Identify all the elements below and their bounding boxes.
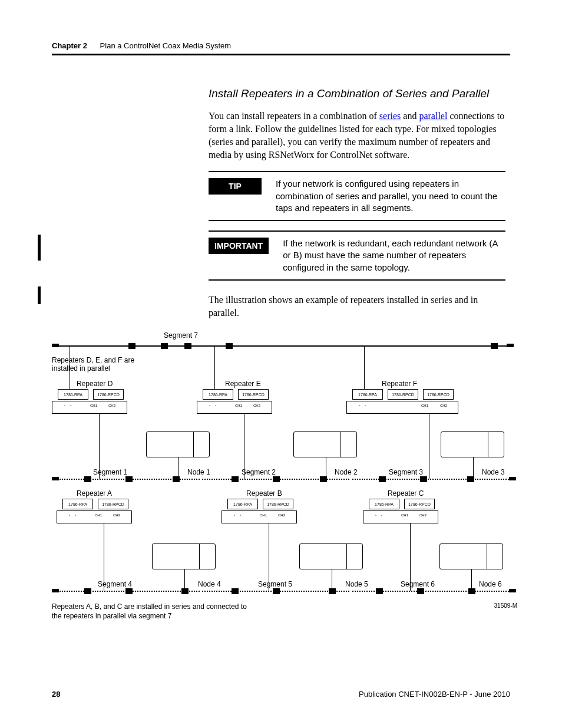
change-bar — [38, 235, 41, 261]
important-badge: IMPORTANT — [209, 238, 269, 254]
label-repeater-e: Repeater E — [225, 380, 261, 388]
terminator — [507, 344, 514, 347]
terminator — [52, 344, 59, 347]
page-footer: 28 Publication CNET-IN002B-EN-P - June 2… — [52, 690, 510, 699]
node-box — [146, 431, 210, 457]
node-box — [293, 431, 357, 457]
drop-line — [429, 414, 429, 479]
important-callout: IMPORTANT If the network is redundant, e… — [209, 230, 505, 281]
module-rpa: 1786-RPA — [58, 389, 88, 400]
label-repeater-c: Repeater C — [388, 489, 424, 498]
tap — [232, 476, 239, 482]
tap — [84, 588, 91, 594]
drop-line — [269, 523, 269, 591]
module-rpcd: 1786-RPCD — [423, 389, 454, 400]
terminator — [52, 589, 59, 592]
module-rpcd: 1786-RPCD — [238, 389, 269, 400]
node-box — [441, 431, 504, 457]
module-rpcd: 1786-RPCD — [388, 389, 418, 400]
module-rpa: 1786-RPA — [369, 499, 399, 509]
tip-callout: TIP If your network is configured using … — [209, 171, 505, 221]
label-segment-3: Segment 3 — [389, 468, 423, 476]
label-segment-2: Segment 2 — [242, 468, 276, 476]
node-box — [439, 543, 503, 569]
module-rpa: 1786-RPA — [203, 389, 233, 400]
drop-line — [178, 457, 179, 479]
tap — [417, 588, 424, 594]
drop-line — [326, 457, 326, 479]
tap — [161, 343, 168, 349]
change-bar — [38, 286, 41, 304]
drop-line — [332, 569, 332, 591]
tap — [491, 343, 498, 349]
tip-badge: TIP — [209, 178, 262, 195]
drop-line — [70, 345, 70, 389]
label-segment-4: Segment 4 — [98, 580, 132, 588]
drop-line — [184, 569, 185, 591]
figure-caption-left: Repeaters A, B, and C are installed in s… — [52, 602, 252, 621]
tap — [468, 588, 475, 594]
tap — [329, 588, 336, 594]
tap — [379, 476, 386, 482]
drop-line — [410, 523, 411, 591]
terminator — [509, 477, 516, 480]
tap — [125, 476, 133, 482]
label-parallel-note: Repeaters D, E, and F are installed in p… — [52, 356, 149, 373]
label-segment-1: Segment 1 — [93, 468, 127, 476]
figure-id: 31509-M — [494, 602, 517, 609]
segment-line — [52, 345, 512, 347]
tap — [420, 476, 427, 482]
tip-text: If your network is configured using repe… — [276, 178, 505, 214]
module-rpcd: 1786-RPCD — [93, 389, 124, 400]
label-repeater-d: Repeater D — [77, 380, 113, 388]
module-rpcd: 1786-RPCD — [404, 499, 435, 509]
drop-line — [99, 414, 100, 479]
body-paragraph-2: The illustration shows an example of rep… — [209, 294, 505, 319]
tap — [128, 343, 135, 349]
section-heading: Install Repeaters in a Combination of Se… — [209, 87, 505, 100]
module-rpa: 1786-RPA — [62, 499, 93, 509]
label-node-2: Node 2 — [335, 468, 358, 476]
segment-line — [352, 479, 516, 480]
tap — [184, 343, 191, 349]
tap — [273, 476, 280, 482]
drop-line — [104, 523, 104, 591]
repeater-chassis: ▫▫ CH1 CH2 — [52, 401, 127, 414]
tap — [226, 343, 233, 349]
module-rpa: 1786-RPA — [352, 389, 383, 400]
label-node-3: Node 3 — [482, 468, 505, 476]
link-parallel[interactable]: parallel — [419, 111, 447, 121]
tap — [181, 588, 189, 594]
drop-line — [473, 457, 474, 479]
module-rpa: 1786-RPA — [227, 499, 258, 509]
repeater-chassis: ▫▫ CH1 CH2 — [222, 510, 297, 523]
label-segment-5: Segment 5 — [258, 580, 292, 588]
repeater-chassis: ▫▫ CH1 CH2 — [197, 401, 272, 414]
drop-line — [214, 345, 215, 389]
drop-line — [471, 569, 472, 591]
module-rpcd: 1786-RPCD — [263, 499, 293, 509]
drop-line — [364, 345, 365, 389]
label-repeater-f: Repeater F — [382, 380, 417, 388]
label-node-5: Node 5 — [345, 580, 368, 588]
repeater-chassis: ▫▫ CH1 CH2 — [363, 510, 438, 523]
label-node-6: Node 6 — [479, 580, 502, 588]
tap — [232, 588, 239, 594]
node-box — [152, 543, 216, 569]
repeater-chassis: ▫▫ CH1 CH2 — [57, 510, 132, 523]
running-header: Chapter 2 Plan a ControlNet Coax Media S… — [52, 41, 510, 55]
label-segment-6: Segment 6 — [401, 580, 435, 588]
link-series[interactable]: series — [379, 111, 401, 121]
chapter-title: Plan a ControlNet Coax Media System — [100, 41, 232, 50]
label-node-4: Node 4 — [198, 580, 221, 588]
tap — [125, 588, 133, 594]
repeater-chassis: ▫▫ CH1 CH2 — [346, 401, 458, 414]
label-node-1: Node 1 — [187, 468, 210, 476]
terminator — [52, 477, 59, 480]
terminator — [509, 589, 516, 592]
page-number: 28 — [52, 690, 60, 699]
tap — [84, 476, 91, 482]
label-repeater-b: Repeater B — [246, 489, 282, 498]
important-text: If the network is redundant, each redund… — [283, 238, 505, 274]
body-paragraph-1: You can install repeaters in a combinati… — [209, 110, 505, 162]
